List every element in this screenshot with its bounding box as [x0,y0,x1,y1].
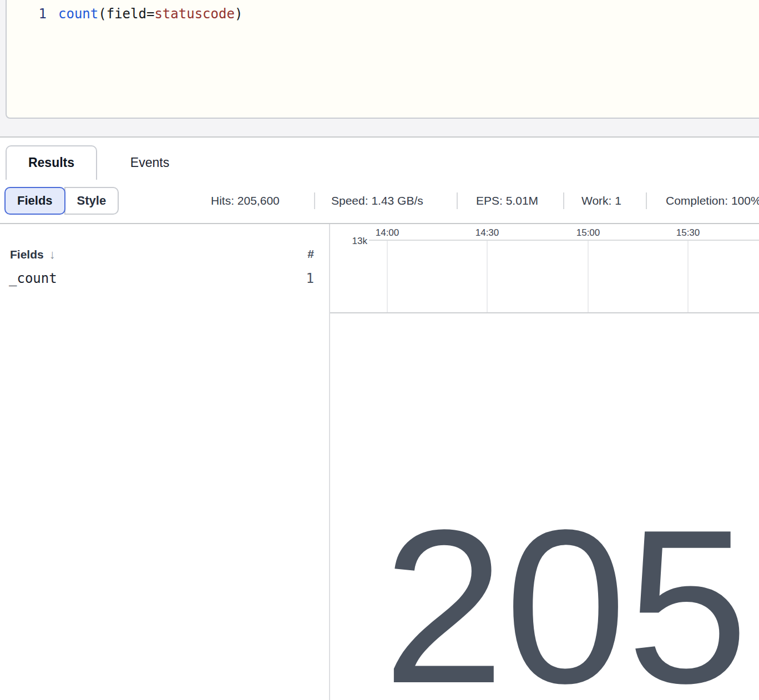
results-panel: 14:00 14:30 15:00 15:30 13k 205,600 [330,224,759,700]
code-function-token: count [58,6,98,22]
field-name: _count [9,271,57,286]
result-value: 205,600 [383,497,759,700]
stat-divider [457,192,458,209]
stat-speed: Speed: 1.43 GB/s [331,187,423,215]
field-row[interactable]: _count 1 [0,271,329,291]
chart-result-separator [330,312,759,313]
stat-eps: EPS: 5.01M [476,187,538,215]
query-editor[interactable]: 1count(field=statuscode) [6,0,759,119]
stat-hits: Hits: 205,600 [211,187,280,215]
vertical-gridline [687,241,689,312]
query-code[interactable]: count(field=statuscode) [58,6,242,22]
vertical-gridline [487,241,488,312]
code-value-token: statuscode [154,6,235,22]
fields-header-label: Fields [10,248,44,261]
fields-sort-header[interactable]: Fields↓ [10,247,55,262]
x-axis-tick: 14:00 [376,227,399,239]
stat-work: Work: 1 [581,187,621,215]
view-toggle: Fields Style [4,187,119,215]
count-column-header: # [307,247,314,261]
stat-divider [314,192,315,209]
stat-divider [646,192,647,209]
x-axis-tick: 14:30 [475,227,499,239]
vertical-gridline [387,241,388,312]
editor-results-separator [0,136,759,138]
code-param-token: field= [107,6,155,22]
logscale-search-page: 1count(field=statuscode) Results Events … [0,0,759,700]
vertical-gridline [588,241,589,312]
x-axis-tick: 15:00 [576,227,600,239]
sort-descending-icon: ↓ [49,247,55,261]
y-axis-tick: 13k [341,236,367,247]
line-number: 1 [7,6,47,22]
horizontal-gridline [369,240,759,241]
field-count: 1 [306,271,314,286]
fields-toggle-button[interactable]: Fields [4,187,65,215]
stat-divider [563,192,564,209]
style-toggle-button[interactable]: Style [64,187,119,215]
code-paren-token: ) [235,6,242,22]
x-axis-tick: 15:30 [676,227,700,239]
code-paren-token: ( [98,6,106,22]
fields-panel: Fields↓ # _count 1 [0,224,329,700]
tab-results[interactable]: Results [6,145,97,180]
query-code-line[interactable]: 1count(field=statuscode) [7,6,242,22]
tab-events[interactable]: Events [100,145,200,180]
stat-completion: Completion: 100% [666,187,759,215]
